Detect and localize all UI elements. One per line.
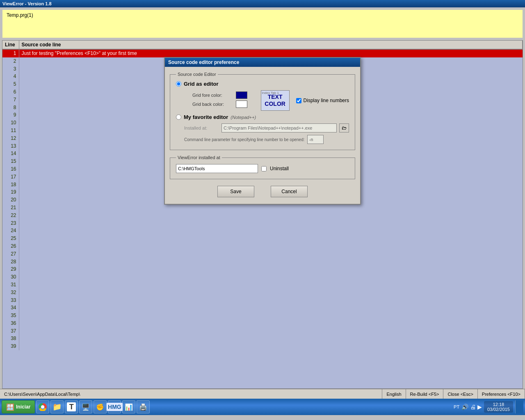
favorite-editor-sublabel: (Notepad++) [231,115,256,120]
status-path-text: C:\Users\Seven\AppData\Local\Temp\ [4,392,80,397]
status-close[interactable]: Close <Esc> [443,389,477,399]
cancel-button[interactable]: Cancel [271,186,308,197]
dialog-buttons: Save Cancel [170,186,355,199]
command-line-label: Command line parameter for specifying li… [184,137,305,142]
main-window: Temp.prg(1) Line Source code line 1Just … [0,7,525,399]
taskbar: 🪟 Iniciar 📁 T 🖥️ ✊ HMG 📊 🖨️ PT 🔊 🖨 ▶ 12:… [0,399,525,415]
code-area: Line Source code line 1Just for testing … [2,40,523,389]
command-line-row: Command line parameter for specifying li… [184,135,349,144]
dialog-body: Source code Editor Grid as editor Grid f… [165,67,360,204]
installed-at-row: Installed at: 🗁 [184,123,349,132]
grid-editor-label[interactable]: Grid as editor [184,81,219,87]
taskbar-clock[interactable]: 12:18 03/02/2015 [484,401,513,413]
grid-editor-row: Grid as editor [176,81,349,87]
preference-dialog: Source code editor preference Source cod… [164,57,361,205]
fore-color-row: Grid fore color: [192,91,257,99]
back-color-label: Grid back color: [192,102,233,107]
title-text: ViewError - Version 1.8 [2,1,52,6]
color-preview-box: Index Tab 1 TEXT COLOR [261,90,290,111]
status-rebuild[interactable]: Re-Build <F5> [406,389,444,399]
command-line-input[interactable] [307,135,324,144]
colors-column: Grid fore color: Grid back color: [184,91,257,110]
status-path: C:\Users\Seven\AppData\Local\Temp\ [0,389,382,399]
fore-color-swatch[interactable] [236,91,247,99]
preview-text2: COLOR [265,100,285,107]
favorite-editor-radio[interactable] [176,114,181,120]
uninstall-checkbox[interactable] [261,166,267,171]
uninstall-label[interactable]: Uninstall [270,166,289,171]
status-rebuild-text: Re-Build <F5> [410,392,439,397]
taskbar-folder-icon[interactable]: 📁 [50,400,64,413]
status-bar: C:\Users\Seven\AppData\Local\Temp\ Engli… [0,389,525,399]
back-color-swatch[interactable] [236,100,247,108]
start-label: Iniciar [16,404,30,410]
display-line-numbers-checkbox[interactable] [296,98,301,103]
taskbar-notification-area: 🔊 🖨 ▶ [461,404,482,410]
viewerror-legend: ViewError installed at [176,155,222,160]
dialog-title-text: Source code editor preference [168,59,239,65]
source-editor-group: Source code Editor Grid as editor Grid f… [170,72,355,150]
start-icon: 🪟 [6,403,14,411]
installed-at-label: Installed at: [184,126,219,130]
show-desktop-button[interactable] [515,400,523,413]
status-preferences[interactable]: Preferences <F10> [478,389,525,399]
taskbar-screen-icon[interactable]: 🖨️ [137,400,150,413]
fore-color-label: Grid fore color: [192,93,233,98]
display-line-numbers-area: Display line numbers [296,98,349,103]
taskbar-chrome-icon[interactable] [36,400,49,413]
source-editor-legend: Source code Editor [176,72,218,77]
favorite-editor-row: My favorite editor (Notepad++) [176,114,349,120]
status-close-text: Close <Esc> [447,392,473,397]
favorite-editor-label[interactable]: My favorite editor [184,114,228,120]
taskbar-typeface-icon[interactable]: T [65,400,78,413]
taskbar-desktop-icon[interactable]: 🖥️ [79,400,92,413]
browse-button[interactable]: 🗁 [339,123,349,132]
preview-tab-label: Index Tab 1 [261,91,280,95]
save-button[interactable]: Save [217,186,254,197]
display-line-numbers-label[interactable]: Display line numbers [304,98,349,103]
taskbar-chart-icon[interactable]: 📊 [122,400,135,413]
status-language-text: English [386,392,401,397]
taskbar-right: PT 🔊 🖨 ▶ 12:18 03/02/2015 [454,400,523,413]
grid-editor-radio[interactable] [176,81,181,87]
viewerror-group: ViewError installed at Uninstall [170,155,355,179]
taskbar-date: 03/02/2015 [487,407,510,412]
header-text: Temp.prg(1) [7,12,33,18]
taskbar-time: 12:18 [487,402,510,407]
title-bar: ViewError - Version 1.8 [0,0,525,7]
taskbar-fist-icon[interactable]: ✊ [94,400,107,413]
start-button[interactable]: 🪟 Iniciar [2,400,35,413]
installed-at-input[interactable] [221,123,337,132]
status-language[interactable]: English [382,389,406,399]
taskbar-hmg-icon[interactable]: HMG [108,400,121,413]
viewerror-path-input[interactable] [176,164,258,173]
text-color-preview: TEXT COLOR [265,94,285,107]
dialog-overlay: Source code editor preference Source cod… [2,41,523,388]
yellow-header: Temp.prg(1) [2,9,523,38]
colors-and-preview: Grid fore color: Grid back color: [184,90,349,111]
taskbar-lang: PT [454,404,459,409]
back-color-row: Grid back color: [192,100,257,108]
viewerror-path-row: Uninstall [176,164,349,173]
dialog-title-bar: Source code editor preference [165,58,360,67]
svg-point-1 [41,405,44,409]
status-preferences-text: Preferences <F10> [482,392,520,397]
